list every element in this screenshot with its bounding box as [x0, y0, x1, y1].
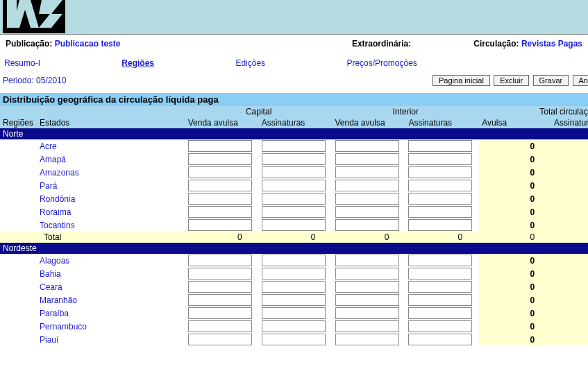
value-input[interactable]	[408, 294, 472, 306]
state-link[interactable]: Paraíba	[40, 309, 69, 318]
col-tot-assin: Assinatura	[551, 117, 588, 128]
circulacao-link[interactable]: Revistas Pagas	[521, 39, 582, 49]
publicacao-link[interactable]: Publicacao teste	[55, 39, 121, 49]
value-input[interactable]	[408, 334, 472, 345]
value-input[interactable]	[408, 307, 472, 319]
value-input[interactable]	[262, 268, 326, 280]
value-input[interactable]	[335, 281, 399, 293]
value-input[interactable]	[262, 206, 326, 218]
value-input[interactable]	[188, 320, 252, 332]
row-total-assin	[551, 139, 588, 153]
value-input[interactable]	[188, 180, 252, 191]
value-input[interactable]	[408, 255, 472, 266]
value-input[interactable]	[262, 180, 326, 191]
value-input[interactable]	[335, 153, 399, 165]
value-input[interactable]	[188, 206, 252, 218]
value-input[interactable]	[262, 140, 326, 152]
value-input[interactable]	[262, 255, 326, 266]
value-input[interactable]	[188, 294, 252, 306]
tab-precos[interactable]: Preços/Promoções	[345, 58, 418, 68]
value-input[interactable]	[335, 193, 399, 205]
header-bar	[0, 0, 588, 35]
col-cap-assin: Assinaturas	[259, 117, 333, 128]
value-input[interactable]	[335, 180, 399, 191]
total-value: 0	[259, 232, 333, 243]
value-input[interactable]	[408, 268, 472, 280]
value-input[interactable]	[188, 268, 252, 280]
state-link[interactable]: Ceará	[40, 282, 62, 292]
state-link[interactable]: Acre	[40, 141, 57, 151]
region-name: Norte	[0, 128, 588, 139]
home-button[interactable]: Pagina inicial	[432, 75, 490, 86]
table-row: Piauí0	[0, 333, 588, 346]
value-input[interactable]	[408, 281, 472, 293]
excluir-button[interactable]: Excluir	[494, 75, 529, 86]
value-input[interactable]	[188, 281, 252, 293]
value-input[interactable]	[262, 294, 326, 306]
value-input[interactable]	[335, 166, 399, 178]
state-link[interactable]: Amazonas	[40, 168, 79, 178]
tab-edicoes[interactable]: Edições	[234, 58, 267, 68]
value-input[interactable]	[262, 334, 326, 345]
value-input[interactable]	[408, 140, 472, 152]
value-input[interactable]	[262, 281, 326, 293]
total-value: 0	[405, 232, 479, 243]
state-link[interactable]: Maranhão	[40, 295, 77, 305]
value-input[interactable]	[335, 294, 399, 306]
value-input[interactable]	[335, 206, 399, 218]
value-input[interactable]	[262, 166, 326, 178]
value-input[interactable]	[408, 180, 472, 191]
value-input[interactable]	[262, 320, 326, 332]
value-input[interactable]	[408, 219, 472, 231]
value-input[interactable]	[188, 140, 252, 152]
value-input[interactable]	[408, 206, 472, 218]
state-link[interactable]: Rondônia	[40, 194, 75, 204]
table-row: Paraíba0	[0, 307, 588, 320]
value-input[interactable]	[335, 140, 399, 152]
row-total-avulsa: 0	[479, 218, 551, 232]
state-link[interactable]: Amapá	[40, 155, 66, 164]
gravar-button[interactable]: Gravar	[533, 75, 569, 86]
row-total-avulsa: 0	[479, 280, 551, 293]
value-input[interactable]	[335, 255, 399, 266]
value-input[interactable]	[335, 219, 399, 231]
col-int-assin: Assinaturas	[405, 117, 479, 128]
tab-regioes[interactable]: Regiões	[120, 58, 156, 68]
value-input[interactable]	[188, 307, 252, 319]
total-value: 0	[333, 232, 406, 243]
value-input[interactable]	[408, 320, 472, 332]
value-input[interactable]	[262, 193, 326, 205]
state-link[interactable]: Bahia	[40, 269, 61, 279]
state-link[interactable]: Pará	[40, 181, 57, 191]
table-row: Roraima0	[0, 205, 588, 218]
state-link[interactable]: Pernambuco	[40, 322, 87, 332]
value-input[interactable]	[188, 219, 252, 231]
row-total-assin	[551, 333, 588, 346]
row-total-avulsa: 0	[479, 153, 551, 166]
value-input[interactable]	[188, 255, 252, 266]
col-tot-avulsa: Avulsa	[479, 117, 551, 128]
state-link[interactable]: Roraima	[40, 207, 71, 217]
value-input[interactable]	[188, 166, 252, 178]
state-link[interactable]: Piauí	[40, 335, 58, 345]
value-input[interactable]	[335, 320, 399, 332]
value-input[interactable]	[262, 219, 326, 231]
value-input[interactable]	[335, 334, 399, 345]
region-name: Nordeste	[0, 243, 588, 254]
value-input[interactable]	[408, 193, 472, 205]
value-input[interactable]	[262, 153, 326, 165]
value-input[interactable]	[262, 307, 326, 319]
row-total-avulsa: 0	[479, 166, 551, 179]
value-input[interactable]	[335, 307, 399, 319]
an-button[interactable]: An	[573, 75, 588, 86]
col-group-interior: Interior	[333, 106, 480, 117]
value-input[interactable]	[188, 334, 252, 345]
value-input[interactable]	[335, 268, 399, 280]
value-input[interactable]	[408, 153, 472, 165]
value-input[interactable]	[188, 193, 252, 205]
value-input[interactable]	[188, 153, 252, 165]
value-input[interactable]	[408, 166, 472, 178]
state-link[interactable]: Tocantins	[40, 221, 75, 230]
tab-resumo[interactable]: Resumo-I	[3, 58, 42, 68]
state-link[interactable]: Alagoas	[40, 256, 69, 266]
